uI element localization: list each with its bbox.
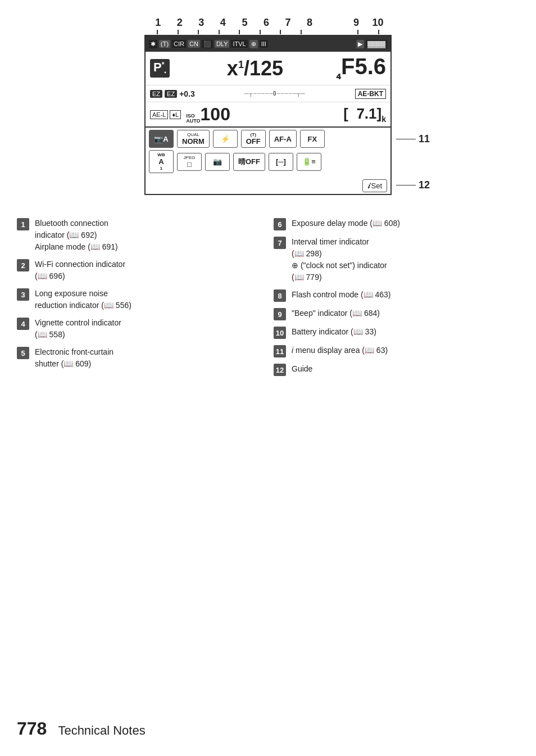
ae-bkt-badge: AE-BKT <box>355 89 386 99</box>
aperture-sub: ₄ <box>336 68 341 82</box>
beep-icon: ▶ <box>356 40 364 48</box>
num-1: 1 <box>151 17 165 29</box>
iso-section: ISOAUTO 100 <box>186 104 230 125</box>
display-row2: EZ EZ +0.3 ─┬┄┄┄┄┄0┄┄┄┄┄┬─ AE-BKT <box>146 85 390 102</box>
num-8: 8 <box>303 17 316 29</box>
legend-text-6: Exposure delay mode (📖 608) <box>292 218 400 229</box>
legend-text-1: Bluetooth connectionindicator (📖 692) Ai… <box>35 218 118 253</box>
wifi-icon: (T) <box>159 40 170 48</box>
func-jpeg: JPEG□ <box>177 153 202 171</box>
func-rows: 📷A QUALNORM ⚡ (T)OFF AF-A FX WBA1 JPEG□ … <box>146 126 390 178</box>
legend-section: 1 Bluetooth connectionindicator (📖 692) … <box>0 206 536 382</box>
func-camera: 📷 <box>205 153 230 171</box>
legend-num-7: 7 <box>274 237 286 249</box>
num-2: 2 <box>173 17 187 29</box>
legend-item-12: 12 Guide <box>274 363 519 376</box>
num-7: 7 <box>281 17 294 29</box>
footer: 778 Technical Notes <box>17 718 146 739</box>
mode-badge: P*▪ <box>150 59 170 77</box>
func-row2: WBA1 JPEG□ 📷 晴OFF [─] 🔋≡ <box>149 150 387 173</box>
legend-item-1: 1 Bluetooth connectionindicator (📖 692) … <box>17 218 262 253</box>
legend-item-7: 7 Interval timer indicator(📖 298) ⊕ ("cl… <box>274 236 519 283</box>
legend-text-5: Electronic front-curtainshutter (📖 609) <box>35 346 113 370</box>
func-fx: FX <box>300 130 325 148</box>
iso-value: 100 <box>201 104 230 125</box>
legend-item-5: 5 Electronic front-curtainshutter (📖 609… <box>17 346 262 370</box>
shutter-numerator: 1 <box>238 59 244 70</box>
icon-row: ✱ (T) CIR CN ⬛ DLY ITVL ⊕ III ▶ ▓▓▓▓ <box>146 36 390 52</box>
mode-sub: ▪ <box>164 70 166 76</box>
num-5: 5 <box>238 17 251 29</box>
func-wb: WBA1 <box>149 150 174 173</box>
legend-item-11: 11 i menu display area (📖 63) <box>274 345 519 357</box>
func-row1: 📷A QUALNORM ⚡ (T)OFF AF-A FX <box>149 130 387 148</box>
func-flash: ⚡ <box>213 130 238 148</box>
mode-sup: * <box>162 61 165 69</box>
tick-row <box>144 30 392 34</box>
aperture: ₄F5.6 <box>336 54 386 83</box>
num-4: 4 <box>216 17 230 29</box>
footer-page-number: 778 <box>17 718 47 739</box>
func-photo: 📷A <box>149 130 174 148</box>
legend-num-1: 1 <box>17 218 29 230</box>
legend-item-4: 4 Vignette control indicator(📖 558) <box>17 317 262 341</box>
clock-icon: ⊕ <box>249 40 258 48</box>
interval-icon: ITVL <box>231 40 247 48</box>
shutter-speed: x1/125 <box>174 57 336 80</box>
ae-l-badge: AE-L <box>150 110 168 119</box>
cn-icon: CN <box>188 40 200 48</box>
display-row3: AE-L ♦L ISOAUTO 100 [ 7.1]k <box>146 102 390 126</box>
legend-text-3: Long exposure noisereduction indicator (… <box>35 288 131 311</box>
legend-num-2: 2 <box>17 259 29 271</box>
iso-label: ISOAUTO <box>186 114 200 124</box>
bluetooth-icon: ✱ <box>149 40 157 48</box>
mode8-icon: III <box>260 40 268 48</box>
i-icon: 𝑖 <box>367 181 370 191</box>
legend-item-9: 9 "Beep" indicator (📖 684) <box>274 307 519 320</box>
legend-text-7: Interval timer indicator(📖 298) ⊕ ("cloc… <box>292 236 387 283</box>
info-row: 𝑖 Set 12 <box>146 178 390 194</box>
bracket-value: [ 7.1]k <box>343 105 386 124</box>
ev-badge1: EZ <box>150 90 162 98</box>
legend-num-10: 10 <box>274 327 286 339</box>
legend-item-10: 10 Battery indicator (📖 33) <box>274 326 519 339</box>
iset-badge: 𝑖 Set <box>362 179 387 192</box>
legend-item-3: 3 Long exposure noisereduction indicator… <box>17 288 262 311</box>
legend-num-9: 9 <box>274 308 286 320</box>
func-battery2: 🔋≡ <box>297 153 321 171</box>
cir-icon: CIR <box>172 40 186 48</box>
legend-num-5: 5 <box>17 347 29 359</box>
func-bracket2: [─] <box>269 153 293 171</box>
display-row1: P*▪ x1/125 ₄F5.6 <box>146 52 390 85</box>
legend-num-12: 12 <box>274 364 286 376</box>
num-3: 3 <box>194 17 208 29</box>
legend-col-left: 1 Bluetooth connectionindicator (📖 692) … <box>17 218 262 382</box>
camera-display: ✱ (T) CIR CN ⬛ DLY ITVL ⊕ III ▶ ▓▓▓▓ P*▪… <box>144 35 392 195</box>
func-tone: (T)OFF <box>241 130 266 148</box>
num-6: 6 <box>260 17 273 29</box>
num-10: 10 <box>371 17 385 29</box>
legend-text-4: Vignette control indicator(📖 558) <box>35 317 121 341</box>
legend-num-3: 3 <box>17 288 29 301</box>
shutter-denominator: 125 <box>249 57 283 80</box>
legend-num-6: 6 <box>274 218 286 230</box>
num-space <box>325 17 342 29</box>
legend-text-12: Guide <box>292 363 312 375</box>
arrow-label-12: 12 <box>396 179 430 191</box>
meter-bar: ─┬┄┄┄┄┄0┄┄┄┄┄┬─ <box>197 90 353 97</box>
legend-col-right: 6 Exposure delay mode (📖 608) 7 Interval… <box>274 218 519 382</box>
func-af: AF-A <box>269 130 297 148</box>
legend-text-9: "Beep" indicator (📖 684) <box>292 307 380 319</box>
flash-icon: ⬛ <box>202 40 213 48</box>
legend-text-10: Battery indicator (📖 33) <box>292 326 376 338</box>
legend-item-8: 8 Flash control mode (📖 463) <box>274 289 519 302</box>
legend-item-2: 2 Wi-Fi connection indicator(📖 696) <box>17 259 262 282</box>
dly-icon: DLY <box>215 40 230 48</box>
number-labels: 1 2 3 4 5 6 7 8 9 10 <box>144 17 392 29</box>
legend-num-8: 8 <box>274 289 286 302</box>
legend-text-11: i menu display area (📖 63) <box>292 345 388 356</box>
legend-num-11: 11 <box>274 345 286 357</box>
func-qual: QUALNORM <box>177 130 210 148</box>
arrow-label-11: 11 <box>396 133 430 145</box>
iset-label: Set <box>371 182 382 190</box>
